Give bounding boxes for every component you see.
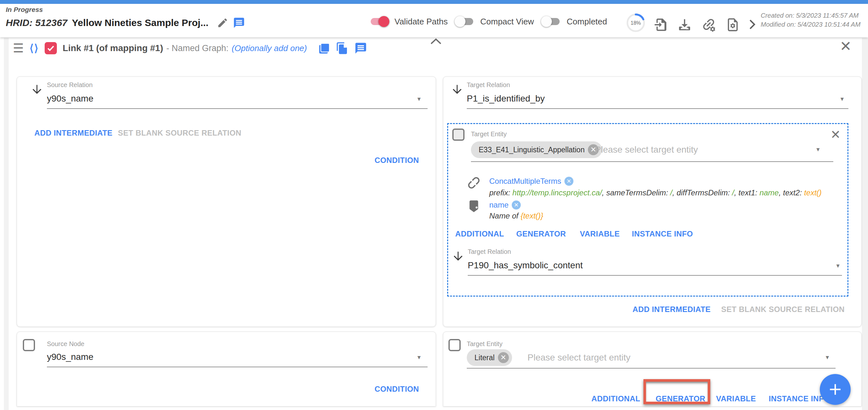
drag-handle-icon[interactable]: ☰ bbox=[13, 42, 24, 54]
created-on: Created on: 5/3/2023 11:45:57 AM bbox=[761, 11, 861, 20]
target-entity-label: Target Entity bbox=[471, 130, 506, 138]
compact-view-label: Compact View bbox=[480, 17, 534, 27]
progress-ring: 18% bbox=[626, 13, 646, 34]
header: In Progress HRID: 512367 Yellow Nineties… bbox=[0, 4, 868, 37]
file-gear-icon bbox=[725, 17, 740, 32]
target-relation2-value[interactable]: P190_has_symbolic_content bbox=[468, 260, 583, 270]
add-intermediate-button[interactable]: ADD INTERMEDIATE bbox=[632, 305, 711, 314]
code-icon[interactable]: ⟨⟩ bbox=[30, 42, 39, 54]
completed-switch[interactable] bbox=[541, 16, 561, 27]
target-relation-value[interactable]: P1_is_identified_by bbox=[467, 93, 545, 104]
plus-icon bbox=[828, 382, 842, 397]
target-entity-placeholder[interactable]: Please select target entity bbox=[527, 352, 630, 363]
compact-view-toggle-group: Compact View bbox=[455, 16, 534, 27]
add-intermediate-button[interactable]: ADD INTERMEDIATE bbox=[34, 128, 113, 138]
completed-toggle-group: Completed bbox=[541, 16, 607, 27]
validate-paths-toggle-group: Validate Paths bbox=[369, 16, 448, 27]
variable-button[interactable]: VARIABLE bbox=[580, 229, 620, 238]
left-panel-strip bbox=[4, 38, 9, 410]
remove-intermediate-button[interactable]: ✕ bbox=[830, 128, 841, 141]
collapse-link-button[interactable] bbox=[429, 37, 443, 46]
compact-view-switch[interactable] bbox=[455, 16, 475, 27]
target-card: Target Relation P1_is_identified_by ▼ ✕ … bbox=[443, 77, 862, 327]
import-button[interactable] bbox=[653, 17, 668, 32]
target-entity-placeholder[interactable]: Please select target entity bbox=[595, 145, 698, 155]
source-node-checkbox[interactable] bbox=[23, 339, 35, 351]
chain-link-icon bbox=[466, 175, 482, 191]
hrid-label: HRID: 512367 bbox=[6, 17, 67, 28]
edit-title-button[interactable] bbox=[217, 17, 228, 29]
target-entity-checkbox[interactable] bbox=[452, 128, 465, 141]
field-underline bbox=[47, 367, 428, 367]
modified-on: Modified on: 5/4/2023 10:51:44 AM bbox=[761, 20, 861, 29]
dropdown-caret-icon[interactable]: ▼ bbox=[416, 354, 422, 361]
generator-remove-icon[interactable]: ✕ bbox=[564, 177, 574, 186]
dropdown-caret-icon[interactable]: ▼ bbox=[825, 354, 830, 361]
variable-button[interactable]: VARIABLE bbox=[716, 394, 756, 403]
link-gear-icon bbox=[701, 17, 716, 33]
chevron-up-icon bbox=[429, 37, 443, 46]
dropdown-caret-icon[interactable]: ▼ bbox=[416, 96, 422, 102]
link-settings-button[interactable] bbox=[701, 17, 716, 33]
title-row: HRID: 512367 Yellow Nineties Sample Proj… bbox=[6, 17, 245, 29]
generator-button[interactable]: GENERATOR bbox=[516, 229, 566, 238]
target-relation2-label: Target Relation bbox=[468, 248, 511, 256]
comment-icon bbox=[354, 42, 367, 55]
source-node-value[interactable]: y90s_name bbox=[47, 352, 93, 362]
status-text: In Progress bbox=[6, 6, 43, 13]
condition-button[interactable]: CONDITION bbox=[375, 385, 419, 393]
label-generator-name-row: name ✕ bbox=[489, 201, 521, 209]
generator-highlight-annotation bbox=[644, 379, 710, 404]
generator-name-link[interactable]: ConcatMultipleTerms bbox=[489, 177, 561, 186]
link-checkbox[interactable] bbox=[45, 42, 57, 54]
label-generator-remove-icon[interactable]: ✕ bbox=[512, 201, 521, 209]
source-relation-value[interactable]: y90s_name bbox=[47, 93, 93, 104]
copy-link-button[interactable] bbox=[336, 42, 348, 55]
completed-label: Completed bbox=[567, 17, 607, 27]
generator-name-row: ConcatMultipleTerms ✕ bbox=[489, 177, 574, 186]
top-accent-bar bbox=[0, 0, 868, 4]
timestamps: Created on: 5/3/2023 11:45:57 AM Modifie… bbox=[761, 11, 861, 29]
literal-chip[interactable]: Literal ✕ bbox=[467, 349, 512, 366]
source-node-label: Source Node bbox=[47, 340, 85, 348]
label-generator-link[interactable]: name bbox=[489, 201, 508, 209]
arrow-down-icon bbox=[30, 83, 44, 97]
close-link-button[interactable]: ✕ bbox=[840, 39, 851, 53]
validate-paths-switch[interactable] bbox=[369, 16, 389, 27]
link-subtitle: - Named Graph: bbox=[166, 43, 229, 53]
condition-button[interactable]: CONDITION bbox=[375, 156, 419, 165]
target-entity-checkbox[interactable] bbox=[448, 339, 461, 351]
mapping-editor-screen: In Progress HRID: 512367 Yellow Nineties… bbox=[0, 0, 868, 410]
label-template: Name of {text()} bbox=[489, 211, 543, 221]
check-icon bbox=[46, 44, 55, 53]
instance-info-button[interactable]: INSTANCE INFO bbox=[632, 229, 693, 238]
target-relation-label: Target Relation bbox=[467, 81, 510, 89]
add-link-fab[interactable] bbox=[820, 374, 851, 405]
set-blank-source-relation-button[interactable]: SET BLANK SOURCE RELATION bbox=[721, 305, 844, 314]
download-button[interactable] bbox=[677, 17, 692, 32]
set-blank-source-relation-button[interactable]: SET BLANK SOURCE RELATION bbox=[118, 128, 241, 138]
target-entity-chip[interactable]: E33_E41_Linguistic_Appellation ✕ bbox=[471, 141, 602, 158]
expand-right-button[interactable] bbox=[745, 18, 758, 31]
chip-remove-icon[interactable]: ✕ bbox=[498, 352, 509, 363]
tag-icon bbox=[466, 199, 481, 213]
duplicate-link-button[interactable] bbox=[317, 42, 330, 55]
source-relation-card: Source Relation y90s_name ▼ ADD INTERMED… bbox=[17, 77, 436, 327]
link-comment-button[interactable] bbox=[354, 42, 367, 55]
dropdown-caret-icon[interactable]: ▼ bbox=[835, 263, 841, 269]
comment-button[interactable] bbox=[233, 17, 245, 29]
right-scrollbar-strip[interactable] bbox=[862, 38, 868, 410]
additional-button[interactable]: ADDITIONAL bbox=[591, 394, 640, 403]
additional-button[interactable]: ADDITIONAL bbox=[455, 229, 504, 238]
comment-icon bbox=[233, 17, 245, 29]
link-header-bar: ☰ ⟨⟩ Link #1 (of mapping #1) - Named Gra… bbox=[13, 42, 367, 55]
file-settings-button[interactable] bbox=[725, 17, 740, 32]
copy-icon bbox=[317, 42, 330, 55]
input-icon bbox=[653, 17, 668, 32]
field-underline bbox=[468, 275, 842, 276]
dropdown-caret-icon[interactable]: ▼ bbox=[815, 147, 821, 153]
named-graph-add-link[interactable]: (Optionally add one) bbox=[231, 43, 307, 53]
instance-info-button[interactable]: INSTANCE INFO bbox=[769, 394, 830, 403]
field-underline bbox=[471, 161, 833, 162]
dropdown-caret-icon[interactable]: ▼ bbox=[839, 96, 845, 102]
